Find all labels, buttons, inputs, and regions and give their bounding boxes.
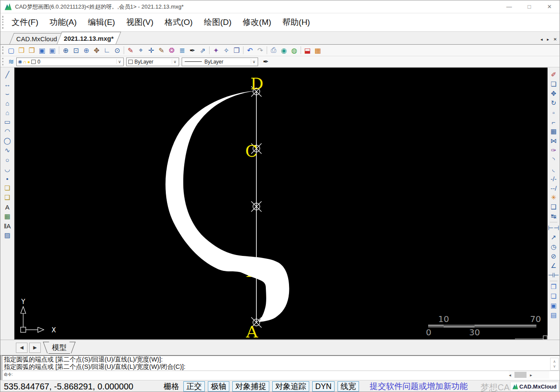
scroll-up-icon[interactable]: ∧ xyxy=(553,359,556,364)
construction-line-tool[interactable]: ↔ xyxy=(2,79,12,89)
dim-continue-tool[interactable]: ⊣⊢ xyxy=(548,270,559,280)
copy-tool[interactable]: ❏ xyxy=(548,79,559,89)
scroll-left-icon[interactable]: ◂ xyxy=(509,373,511,377)
chevron-down-icon[interactable]: ∨ xyxy=(172,59,178,64)
cut-clip-tool[interactable]: ❏ xyxy=(548,292,559,301)
grid-label[interactable]: 栅格 xyxy=(164,381,179,392)
offset-tool[interactable]: ⌐ xyxy=(548,117,559,127)
model-tab[interactable]: 模型 xyxy=(49,342,70,354)
tab-scroll-left-icon[interactable]: ◂ xyxy=(541,37,543,42)
layer-lock-icon[interactable]: ∩ xyxy=(23,59,27,64)
polygon-tool[interactable]: ⌂ xyxy=(2,98,12,108)
undo-icon[interactable]: ↶ xyxy=(245,46,255,55)
text-tool[interactable]: A xyxy=(2,202,12,212)
export-icon[interactable]: ⇗ xyxy=(198,46,208,55)
menu-item-3[interactable]: 视图(V) xyxy=(121,15,159,30)
brush-icon[interactable]: ✒ xyxy=(187,46,198,55)
polygon-inscribed-tool[interactable]: ⌂ xyxy=(2,108,12,117)
dim-linear-tool[interactable]: ⊢⊣ xyxy=(548,223,559,233)
tab-close-icon[interactable]: ✕ xyxy=(554,37,557,42)
tab-scroll-right-icon[interactable]: ▸ xyxy=(547,37,549,42)
paste-block-tool[interactable]: ▤ xyxy=(548,310,559,320)
rectangle-tool[interactable]: ▭ xyxy=(2,117,12,127)
paste-clip-tool[interactable]: ▣ xyxy=(548,301,559,310)
break-tool[interactable]: -/- xyxy=(548,174,559,183)
layer-visible-icon[interactable]: ◉ xyxy=(18,59,22,64)
mirror-tool[interactable]: ⋈ xyxy=(548,136,559,146)
explode-tool[interactable]: ✳ xyxy=(548,193,559,202)
dim-diameter-tool[interactable]: ⊘ xyxy=(548,252,559,261)
web-share-icon[interactable]: ◍ xyxy=(289,46,299,55)
revision-rect-tool[interactable]: ❑ xyxy=(548,202,559,212)
drawing-canvas[interactable]: B DCA Y X xyxy=(14,67,548,340)
save-icon[interactable]: ▣ xyxy=(37,46,47,55)
feedback-link[interactable]: 提交软件问题或增加新功能 xyxy=(370,381,468,392)
scrollbar-thumb[interactable] xyxy=(514,372,527,378)
chamfer-tool[interactable]: ◟ xyxy=(548,164,559,174)
menu-item-5[interactable]: 绘图(D) xyxy=(198,15,237,30)
save-state-icon[interactable]: ❐ xyxy=(231,46,242,55)
pdf-export-icon[interactable]: ⬓ xyxy=(302,46,313,55)
palette-icon[interactable]: ❂ xyxy=(167,46,177,55)
erase-tool[interactable]: ✐ xyxy=(548,70,559,79)
web-cloud-icon[interactable]: ◉ xyxy=(279,46,289,55)
menu-item-7[interactable]: 帮助(H) xyxy=(277,15,316,30)
menu-item-1[interactable]: 功能(A) xyxy=(44,15,82,30)
layers-image-icon[interactable]: ≣ xyxy=(177,46,187,55)
toggle-DYN[interactable]: DYN xyxy=(312,381,335,392)
point-tool[interactable]: • xyxy=(2,174,12,183)
scroll-right-icon[interactable]: ▸ xyxy=(530,373,532,377)
menu-item-0[interactable]: 文件(F) xyxy=(6,15,44,30)
zoom-previous-icon[interactable]: ⊙ xyxy=(112,46,122,55)
zoom-extents-icon[interactable]: ⊕ xyxy=(81,46,91,55)
color-select[interactable]: ByLayer ∨ xyxy=(126,58,179,66)
chevron-down-icon[interactable]: ∨ xyxy=(116,59,122,64)
layer-bulb-icon[interactable]: ● xyxy=(27,59,30,64)
layer-select[interactable]: ◉ ∩ ● 0 ∨ xyxy=(16,58,124,66)
command-input[interactable]: 命令: xyxy=(2,371,560,380)
open-folder-icon[interactable]: ❒ xyxy=(16,46,27,55)
hatch-tool[interactable]: ▨ xyxy=(2,231,12,240)
scroll-down-icon[interactable]: ∨ xyxy=(553,364,556,369)
command-hscrollbar[interactable]: ◂ ▸ xyxy=(509,371,549,379)
select-icon[interactable]: ✦ xyxy=(211,46,221,55)
zoom-in-icon[interactable]: ⊕ xyxy=(61,46,71,55)
close-button[interactable]: ✕ xyxy=(539,0,560,13)
polyline-tool[interactable]: ⌣ xyxy=(2,89,12,98)
zoom-window-icon[interactable]: ⊡ xyxy=(71,46,81,55)
insert-block-tool[interactable]: ❑ xyxy=(2,193,12,202)
browse-icon[interactable]: ⌖ xyxy=(136,46,146,55)
open-cloud-icon[interactable]: ❒ xyxy=(27,46,37,55)
rotate-tool[interactable]: ↻ xyxy=(548,98,559,108)
tab-cad-mxcloud[interactable]: CAD.MxCloud xyxy=(9,33,64,44)
dim-angular-tool[interactable]: ∠ xyxy=(548,261,559,270)
copy-clip-tool[interactable]: ❐ xyxy=(548,282,559,292)
minimize-button[interactable]: — xyxy=(499,0,519,13)
image-export-icon[interactable]: ▦ xyxy=(313,46,323,55)
rect-select-tool[interactable]: ▫ xyxy=(548,108,559,117)
array-tool[interactable]: ▦ xyxy=(548,127,559,136)
ellipse-tool[interactable]: ○ xyxy=(2,155,12,164)
ellipse-arc-tool[interactable]: ◡ xyxy=(2,164,12,174)
menu-item-2[interactable]: 编辑(E) xyxy=(82,15,121,30)
menu-item-4[interactable]: 格式(O) xyxy=(159,15,198,30)
make-block-tool[interactable]: ❏ xyxy=(2,183,12,193)
redo-icon[interactable]: ↷ xyxy=(255,46,265,55)
sketch-icon[interactable]: ✎ xyxy=(156,46,167,55)
dim-radius-tool[interactable]: ◷ xyxy=(548,242,559,252)
redline-icon[interactable]: ✎ xyxy=(125,46,136,55)
tab-current-drawing[interactable]: 2021.12.13.mxg* xyxy=(57,32,121,44)
ucs-icon[interactable]: ∟ xyxy=(102,46,112,55)
circle-tool[interactable]: ◯ xyxy=(2,136,12,146)
s-curve-polyline[interactable] xyxy=(165,91,289,322)
draworder-icon[interactable]: ✛ xyxy=(146,46,156,55)
move-tool[interactable]: ✥ xyxy=(548,89,559,98)
dim-aligned-tool[interactable]: ↗ xyxy=(548,233,559,242)
linetype-select[interactable]: ByLayer ∨ xyxy=(182,58,258,66)
toggle-正交[interactable]: 正交 xyxy=(183,381,205,392)
menu-item-6[interactable]: 修改(M) xyxy=(237,15,277,30)
stretch-tool[interactable]: ↹ xyxy=(548,212,559,221)
command-vscrollbar[interactable]: ∧ ∨ xyxy=(550,358,559,371)
spline-tool[interactable]: ∿ xyxy=(2,146,12,155)
break-at-point-tool[interactable]: --/ xyxy=(548,183,559,193)
